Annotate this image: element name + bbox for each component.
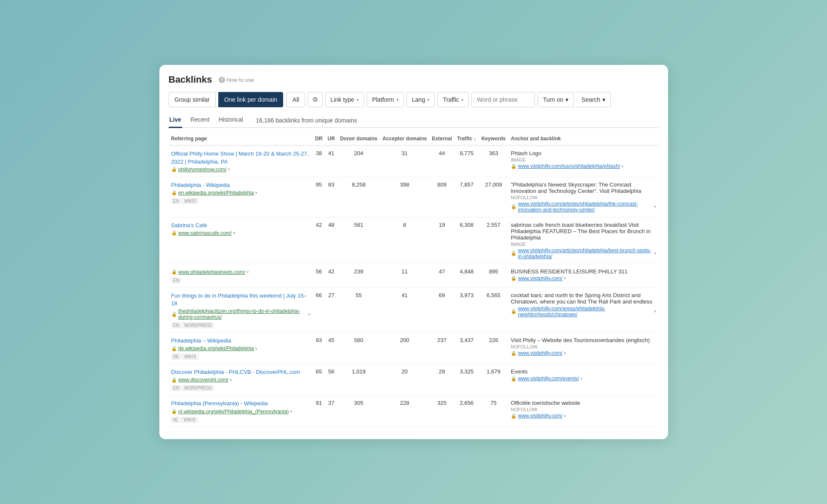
tag-badge: EN (171, 198, 181, 204)
anchor-url-link[interactable]: www.visitphilly.com/areas/philadelphia-n… (518, 306, 653, 317)
anchor-url-link[interactable]: www.visitphilly.com/ (518, 413, 562, 419)
page-url: 🔒thephiladelphiacitizen.org/things-to-do… (171, 308, 310, 320)
chevron-down-icon: ▾ (580, 376, 582, 381)
page-url-link[interactable]: de.wikipedia.org/wiki/Philadelphia (178, 345, 254, 351)
page-title-link[interactable]: Discover Philadelphia - PHLCVB - Discove… (171, 368, 310, 376)
lock-icon: 🔒 (171, 409, 177, 414)
page-title-link[interactable]: Philadelphia – Wikipedia (171, 337, 310, 345)
table-header-row: Referring page DR UR Donor domains Accep… (169, 132, 659, 145)
col-referring-page: Referring page (169, 132, 313, 145)
tab-live[interactable]: Live (169, 113, 182, 128)
link-type-dropdown[interactable]: Link type ▾ (325, 92, 364, 107)
anchor-url-link[interactable]: www.visitphilly.com/events/ (518, 376, 579, 381)
cell-ur: 42 (325, 264, 337, 287)
how-to-use-link[interactable]: ? How to use (219, 77, 254, 83)
anchor-type: NOFOLLOW (511, 344, 656, 349)
anchor-url-link[interactable]: www.visitphilly.com/ (518, 350, 562, 356)
group-similar-button[interactable]: Group similar (169, 92, 216, 107)
anchor-type: NOFOLLOW (511, 195, 656, 200)
settings-gear-button[interactable]: ⚙ (308, 92, 323, 107)
cell-donor: 560 (337, 333, 380, 364)
cell-keywords: 226 (479, 333, 508, 364)
lock-icon: 🔒 (171, 190, 177, 195)
lock-icon: 🔒 (511, 204, 517, 209)
tab-historical[interactable]: Historical (218, 113, 244, 128)
page-title-link[interactable]: Philadelphia (Pennsylvania) - Wikipedia (171, 400, 310, 407)
chevron-down-icon: ▾ (564, 414, 566, 418)
backlinks-table: Referring page DR UR Donor domains Accep… (169, 132, 659, 427)
cell-keywords: 6,565 (479, 287, 508, 332)
col-external: External (429, 132, 454, 145)
table-row: Philadelphia (Pennsylvania) - Wikipedia🔒… (169, 395, 659, 427)
tag-badge: EN (171, 323, 181, 328)
page-title-link[interactable]: Sabrina's Café (171, 222, 310, 229)
cell-keywords: 27,009 (479, 177, 508, 217)
cell-external: 47 (429, 264, 454, 287)
word-phrase-input[interactable] (471, 92, 535, 107)
cell-traffic: 3,325 (454, 364, 479, 395)
cell-referring-page: Sabrina's Café🔒www.sabrinascafe.com/▾ (169, 217, 313, 264)
page-url-link[interactable]: en.wikipedia.org/wiki/Philadelphia (178, 190, 254, 196)
traffic-dropdown[interactable]: Traffic ▾ (437, 92, 469, 107)
one-link-per-domain-button[interactable]: One link per domain (218, 92, 283, 107)
cell-acceptor: 11 (380, 264, 429, 287)
tag-badge: DE (171, 354, 181, 359)
cell-anchor: Officiële toeristische websiteNOFOLLOW🔒w… (508, 395, 659, 427)
chevron-down-icon: ▾ (308, 312, 310, 317)
search-button[interactable]: Search ▾ (576, 92, 611, 107)
table-row: Fun things to do in Philadelphia this we… (169, 287, 659, 332)
tag-badge: EN (171, 278, 181, 283)
chevron-down-icon: ▾ (654, 204, 656, 209)
page-url-link[interactable]: www.philadelphiastreets.com/ (178, 269, 245, 275)
header-row: Backlinks ? How to use (169, 74, 659, 85)
anchor-url: 🔒www.visitphilly.com/areas/philadelphia-… (511, 306, 656, 317)
anchor-url-link[interactable]: www.visitphilly.com/articles/philadelphi… (518, 201, 653, 213)
anchor-url-link[interactable]: www.visitphilly.com/tours/philadelphia/p… (518, 163, 620, 169)
anchor-type: IMAGE (511, 157, 656, 162)
tabs-row: Live Recent Historical 16,186 backlinks … (169, 113, 659, 128)
turn-on-button[interactable]: Turn on ▾ (537, 92, 574, 107)
anchor-type: IMAGE (511, 242, 656, 247)
cell-traffic: 7,857 (454, 177, 479, 217)
col-anchor-backlink: Anchor and backlink (508, 132, 659, 145)
lock-icon: 🔒 (171, 312, 177, 317)
page-url-link[interactable]: www.sabrinascafe.com/ (178, 230, 232, 236)
cell-acceptor: 8 (380, 217, 429, 264)
cell-traffic: 3,437 (454, 333, 479, 364)
cell-anchor: Events🔒www.visitphilly.com/events/▾ (508, 364, 659, 395)
anchor-url: 🔒www.visitphilly.com/articles/philadelph… (511, 201, 656, 213)
page-url: 🔒www.discoverphl.com/▾ (171, 377, 310, 383)
all-button[interactable]: All (287, 92, 305, 107)
anchor-text: Phlash Logo (511, 150, 656, 156)
cell-keywords: 75 (479, 395, 508, 427)
lock-icon: 🔒 (511, 351, 517, 356)
table-row: Discover Philadelphia - PHLCVB - Discove… (169, 364, 659, 395)
page-url-link[interactable]: www.discoverphl.com/ (178, 377, 229, 383)
col-ur: UR (325, 132, 337, 145)
page-url-link[interactable]: nl.wikipedia.org/wiki/Philadelphia_(Penn… (178, 409, 289, 415)
page-url: 🔒www.sabrinascafe.com/▾ (171, 230, 310, 236)
page-url-link[interactable]: phillyhomeshow.com/ (178, 167, 227, 173)
col-traffic[interactable]: Traffic ↓ (454, 132, 479, 145)
platform-dropdown[interactable]: Platform ▾ (367, 92, 404, 107)
chevron-down-icon: ▾ (654, 309, 656, 314)
tag-badge: NL (171, 417, 181, 423)
page-title-link[interactable]: Fun things to do in Philadelphia this we… (171, 292, 310, 307)
page-title-link[interactable]: Philadelphia - Wikipedia (171, 181, 310, 189)
lang-dropdown[interactable]: Lang ▾ (407, 92, 435, 107)
tab-recent[interactable]: Recent (190, 113, 210, 128)
anchor-url-link[interactable]: www.visitphilly.com/articles/philadelphi… (518, 248, 653, 259)
page-url-link[interactable]: thephiladelphiacitizen.org/things-to-do-… (178, 308, 307, 320)
cell-anchor: "Philadelphia's Newest Skyscraper: The C… (508, 177, 659, 217)
cell-traffic: 6,308 (454, 217, 479, 264)
cell-referring-page: Philadelphia (Pennsylvania) - Wikipedia🔒… (169, 395, 313, 427)
cell-anchor: Phlash LogoIMAGE🔒www.visitphilly.com/tou… (508, 145, 659, 177)
anchor-url: 🔒www.visitphilly.com/▾ (511, 276, 656, 281)
cell-anchor: BUSINESS RESIDENTS LEISURE PHILLY 311🔒ww… (508, 264, 659, 287)
cell-donor: 8,258 (337, 177, 380, 217)
chevron-down-icon: ▾ (396, 97, 398, 102)
page-title-link[interactable]: Official Philly Home Show | March 18-20 … (171, 150, 310, 165)
anchor-text: Visit Philly – Website des Tourismusverb… (511, 337, 656, 343)
anchor-url-link[interactable]: www.visitphilly.com/ (518, 276, 562, 281)
cell-traffic: 2,656 (454, 395, 479, 427)
